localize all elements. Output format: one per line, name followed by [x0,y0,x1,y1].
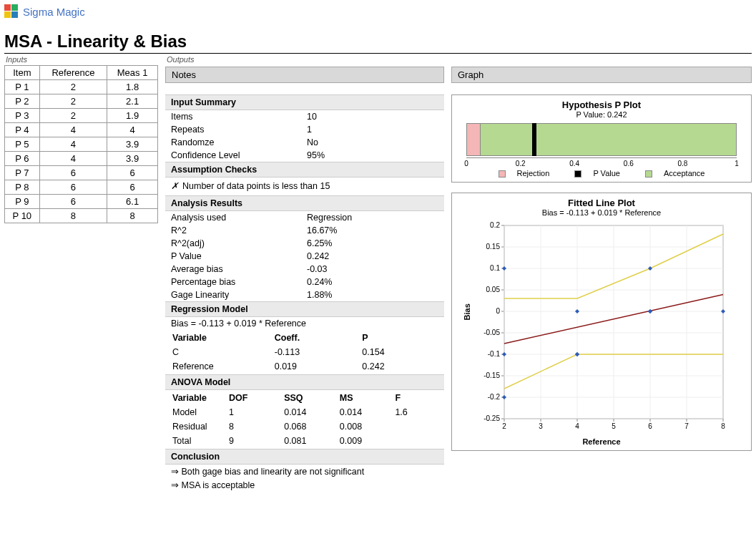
table-row: Residual80.0680.008 [167,420,443,433]
pplot-subtitle: P Value: 0.242 [456,110,747,119]
svg-text:0.1: 0.1 [490,264,500,272]
brand-header: Sigma Magic [4,4,752,19]
svg-text:6: 6 [648,422,652,430]
pplot-axis: 00.20.40.60.81 [466,157,737,167]
notes-header: Notes [165,67,444,83]
kv-row: R^2(adj)6.25% [165,237,444,250]
inputs-col-header: Reference [39,66,107,80]
kv-row: Confidence Level95% [165,149,444,162]
svg-text:5: 5 [612,422,616,430]
table-row: Reference0.0190.242 [167,360,443,373]
pplot-rejection-region [467,124,481,155]
legend-swatch-pvalue [574,170,581,178]
pplot-pvalue-marker [532,123,536,156]
svg-text:7: 7 [684,422,689,430]
table-row: P 643.9 [5,152,158,166]
anova-header: ANOVA Model [165,374,444,390]
svg-rect-1 [11,4,18,11]
fitted-ylabel: Bias [463,303,471,320]
table-row: P 766 [5,166,158,180]
legend-swatch-acceptance [645,170,652,178]
svg-text:-0.15: -0.15 [483,371,500,379]
fitted-line-plot: Fitted Line Plot Bias = -0.113 + 0.019 *… [451,193,752,451]
input-summary-header: Input Summary [165,94,444,110]
table-row: P 222.1 [5,94,158,109]
conclusion-header: Conclusion [165,449,444,465]
brand-logo-icon [4,4,19,19]
table-row: P 866 [5,180,158,195]
fail-icon: ✗ [171,180,178,191]
assumption-line: ✗ Number of data points is less than 15 [165,178,444,195]
inputs-col-header: Item [5,66,40,80]
svg-text:0.15: 0.15 [486,243,501,251]
kv-row: R^216.67% [165,224,444,237]
fitted-title: Fitted Line Plot [456,198,747,208]
svg-text:-0.2: -0.2 [488,393,501,401]
graph-header: Graph [451,67,752,83]
analysis-header: Analysis Results [165,195,444,211]
brand-name: Sigma Magic [23,6,85,18]
table-row: P 321.9 [5,109,158,123]
fitted-xlabel: Reference [456,437,747,446]
table-row: Total90.0810.009 [167,434,443,447]
kv-row: Repeats1 [165,123,444,136]
legend-swatch-rejection [499,170,506,178]
pplot-title: Hypothesis P Plot [456,99,747,110]
conclusion-line: ⇒ Both gage bias and linearity are not s… [165,465,444,478]
anova-table: VariableDOFSSQMSF Model10.0140.0141.6Res… [165,390,444,449]
svg-rect-0 [4,4,11,11]
kv-row: RandomzeNo [165,136,444,149]
assumption-header: Assumption Checks [165,162,444,178]
svg-text:3: 3 [539,422,543,430]
hypothesis-p-plot: Hypothesis P Plot P Value: 0.242 00.20.4… [451,94,752,183]
svg-text:0: 0 [496,307,500,315]
table-row: C-0.1130.154 [167,346,443,359]
kv-row: Items10 [165,110,444,123]
svg-text:-0.1: -0.1 [488,350,501,358]
table-row: P 444 [5,123,158,137]
kv-row: P Value0.242 [165,250,444,263]
kv-row: Gage Linearity1.88% [165,288,444,301]
table-row: P 121.8 [5,80,158,94]
svg-text:0.05: 0.05 [486,286,501,293]
svg-text:8: 8 [721,422,725,430]
regression-table: VariableCoeff.P C-0.1130.154Reference0.0… [165,330,444,374]
svg-text:-0.25: -0.25 [483,414,500,422]
table-row: P 966.1 [5,195,158,209]
pplot-legend: Rejection P Value Acceptance [456,169,747,178]
regression-header: Regression Model [165,301,444,317]
page-title: MSA - Linearity & Bias [4,31,752,54]
svg-rect-2 [4,11,11,18]
svg-text:2: 2 [502,422,506,430]
fitted-svg: 0.20.150.10.050-0.05-0.1-0.15-0.2-0.2523… [473,221,730,436]
pplot-bar [466,123,737,156]
conclusion-line: ⇒ MSA is acceptable [165,478,444,492]
svg-text:4: 4 [575,422,579,430]
table-row: Model10.0140.0141.6 [167,406,443,419]
kv-row: Average bias-0.03 [165,263,444,276]
inputs-table: ItemReferenceMeas 1 P 121.8P 222.1P 321.… [4,65,158,223]
inputs-col-header: Meas 1 [107,66,158,80]
regression-equation: Bias = -0.113 + 0.019 * Reference [165,317,444,330]
table-row: P 1088 [5,209,158,223]
table-row: P 543.9 [5,137,158,152]
svg-text:0.2: 0.2 [490,221,500,229]
fitted-subtitle: Bias = -0.113 + 0.019 * Reference [456,208,747,217]
outputs-panel-label: Outputs [165,55,195,64]
kv-row: Percentage bias0.24% [165,276,444,288]
svg-text:-0.05: -0.05 [483,329,500,336]
inputs-panel-label: Inputs [4,55,158,64]
svg-rect-3 [11,11,18,18]
kv-row: Analysis usedRegression [165,211,444,224]
assumption-text: Number of data points is less than 15 [182,181,330,191]
